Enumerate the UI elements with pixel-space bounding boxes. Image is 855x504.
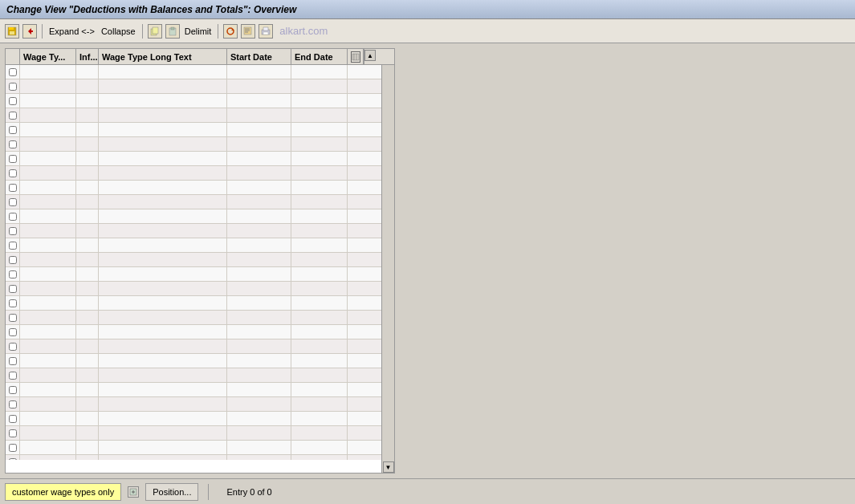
table-row[interactable] [6,296,394,311]
row-start-date [227,368,291,382]
row-checkbox[interactable] [6,94,20,108]
row-checkbox[interactable] [6,79,20,93]
row-inf [76,412,99,425]
row-start-date [227,354,291,368]
col-header-inf: Inf... [76,49,99,64]
row-checkbox[interactable] [6,267,20,281]
row-checkbox[interactable] [6,282,20,295]
row-checkbox[interactable] [6,311,20,324]
refresh-icon[interactable] [223,24,238,39]
table-row[interactable] [6,108,394,123]
row-checkbox[interactable] [6,195,20,209]
row-inf [76,123,99,136]
row-checkbox[interactable] [6,166,20,180]
row-checkbox[interactable] [6,368,20,382]
row-checkbox[interactable] [6,383,20,396]
position-button[interactable]: Position... [145,483,198,501]
table-row[interactable] [6,123,394,137]
collapse-label[interactable]: Collapse [101,26,136,36]
print-icon[interactable] [259,24,273,39]
row-wage-long-text [99,209,227,223]
row-checkbox[interactable] [6,181,20,194]
table-row[interactable] [6,253,394,267]
row-wage-type [20,195,76,209]
row-checkbox[interactable] [6,65,20,79]
table-row[interactable] [6,181,394,195]
row-inf [76,397,99,411]
row-start-date [227,195,291,209]
row-checkbox[interactable] [6,455,20,460]
row-checkbox[interactable] [6,209,20,223]
row-end-date [291,412,348,425]
row-checkbox[interactable] [6,108,20,122]
row-wage-type [20,152,76,165]
table-row[interactable] [6,137,394,152]
row-checkbox[interactable] [6,397,20,411]
row-wage-type [20,267,76,281]
row-checkbox[interactable] [6,152,20,165]
table-row[interactable] [6,426,394,441]
row-checkbox[interactable] [6,325,20,339]
table-row[interactable] [6,79,394,94]
table-row[interactable] [6,238,394,253]
svg-rect-4 [31,30,33,32]
svg-rect-8 [171,27,174,30]
paste-icon[interactable] [165,24,180,39]
row-end-date [291,181,348,194]
row-checkbox[interactable] [6,441,20,454]
row-checkbox[interactable] [6,354,20,368]
row-wage-long-text [99,166,227,180]
row-checkbox[interactable] [6,426,20,440]
position-icon[interactable] [128,486,139,498]
expand-collapse-label[interactable]: Expand <-> [49,26,95,36]
row-checkbox[interactable] [6,224,20,238]
table-row[interactable] [6,311,394,325]
table-row[interactable] [6,339,394,354]
table-row[interactable] [6,325,394,339]
column-settings-icon[interactable] [351,51,360,63]
table-row[interactable] [6,152,394,166]
customer-wage-types-btn[interactable]: customer wage types only [5,483,121,501]
row-end-date [291,224,348,238]
table-row[interactable] [6,354,394,368]
col-header-settings[interactable] [348,49,364,64]
row-checkbox[interactable] [6,296,20,310]
save-icon[interactable] [5,24,19,39]
vertical-scrollbar[interactable]: ▼ [381,65,394,473]
row-checkbox[interactable] [6,137,20,151]
table-row[interactable] [6,368,394,383]
table-row[interactable] [6,224,394,238]
table-row[interactable] [6,455,394,460]
delimit-label[interactable]: Delimit [185,26,212,36]
row-checkbox[interactable] [6,253,20,266]
svg-rect-6 [153,27,158,34]
table-row[interactable] [6,94,394,108]
row-end-date [291,397,348,411]
table-row[interactable] [6,267,394,282]
scroll-down-btn[interactable]: ▼ [383,461,394,473]
row-wage-type [20,397,76,411]
table-row[interactable] [6,397,394,412]
row-checkbox[interactable] [6,339,20,353]
table-row[interactable] [6,166,394,181]
table-row[interactable] [6,412,394,426]
table-row[interactable] [6,282,394,296]
table-row[interactable] [6,441,394,455]
row-end-date [291,79,348,93]
table-row[interactable] [6,65,394,79]
row-checkbox[interactable] [6,412,20,425]
col-header-wage-type: Wage Ty... [20,49,76,64]
scroll-up-btn[interactable]: ▲ [364,50,376,61]
table-row[interactable] [6,209,394,224]
table-row[interactable] [6,383,394,397]
row-wage-long-text [99,441,227,454]
row-checkbox[interactable] [6,238,20,252]
copy-icon[interactable] [148,24,162,39]
row-inf [76,311,99,324]
table-row[interactable] [6,195,394,209]
back-icon[interactable] [22,24,37,39]
row-checkbox[interactable] [6,123,20,136]
row-start-date [227,224,291,238]
row-wage-type [20,209,76,223]
find-icon[interactable] [241,24,255,39]
